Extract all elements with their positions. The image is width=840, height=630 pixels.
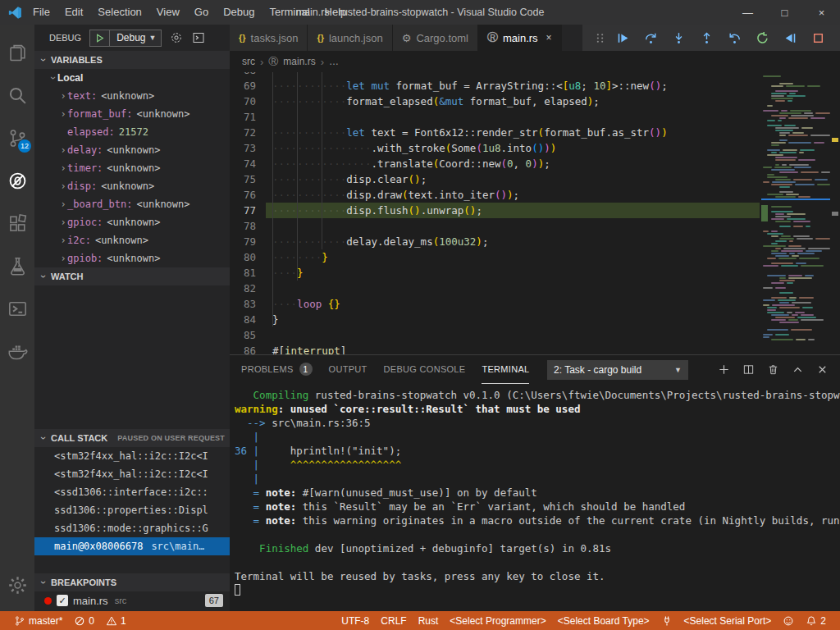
menu-help[interactable]: Help <box>317 0 354 25</box>
maximize-panel-button[interactable] <box>792 363 804 376</box>
breadcrumb[interactable]: src›Ⓡmain.rs›… <box>230 51 840 72</box>
split-terminal-button[interactable] <box>742 363 755 376</box>
call-stack-section-header[interactable]: › CALL STACK PAUSED ON USER REQUEST <box>34 429 230 447</box>
breakpoint-checkbox[interactable]: ✓ <box>57 595 68 606</box>
code-line[interactable]: 80········} <box>230 249 760 265</box>
start-debug-button[interactable] <box>90 30 110 46</box>
code-line[interactable]: 81····} <box>230 265 760 281</box>
menu-selection[interactable]: Selection <box>90 0 148 25</box>
code-line[interactable]: 82 <box>230 281 760 296</box>
menu-edit[interactable]: Edit <box>57 0 90 25</box>
watch-section-header[interactable]: › WATCH <box>34 267 230 285</box>
activity-extensions-icon[interactable] <box>0 202 34 244</box>
tab-launch-json[interactable]: {}launch.json <box>308 25 392 51</box>
code-line[interactable]: 83····loop {} <box>230 296 760 312</box>
status-language-mode[interactable]: Rust <box>413 615 445 627</box>
menu-view[interactable]: View <box>149 0 187 25</box>
status-encoding[interactable]: UTF-8 <box>336 615 375 627</box>
continue-button[interactable] <box>609 25 637 51</box>
breakpoints-section-header[interactable]: › BREAKPOINTS <box>34 573 230 591</box>
breadcrumb-item[interactable]: … <box>329 56 339 67</box>
maximize-button[interactable]: □ <box>766 0 803 25</box>
panel-tab-problems[interactable]: PROBLEMS1 <box>241 355 313 384</box>
tab-tasks-json[interactable]: {}tasks.json <box>230 25 308 51</box>
terminal-select[interactable]: 2: Task - cargo build ▼ <box>547 360 688 380</box>
breakpoint-row[interactable]: ✓main.rssrc67 <box>34 591 230 609</box>
activity-settings-icon[interactable] <box>0 564 34 606</box>
stop-button[interactable] <box>804 25 832 51</box>
status-notifications[interactable]: 2 <box>800 615 832 627</box>
activity-docker-icon[interactable] <box>0 330 34 372</box>
status-select-serial-port[interactable]: <Select Serial Port> <box>678 615 778 627</box>
launch-config-select[interactable]: Debug <box>110 32 148 43</box>
call-stack-frame[interactable]: main@0x08006678src\main… <box>34 537 230 555</box>
code-line[interactable]: 77············disp.flush().unwrap(); <box>230 203 760 218</box>
status-eol[interactable]: CRLF <box>375 615 412 627</box>
variable-row[interactable]: ›text:<unknown> <box>34 87 230 105</box>
variables-scope-local[interactable]: ›Local <box>34 69 230 87</box>
variable-row[interactable]: ›format_buf:<unknown> <box>34 105 230 123</box>
step-back-button[interactable] <box>720 25 748 51</box>
variable-row[interactable]: ›disp:<unknown> <box>34 177 230 195</box>
menu-debug[interactable]: Debug <box>216 0 262 25</box>
call-stack-frame[interactable]: ssd1306::properties::Displ <box>34 501 230 519</box>
code-line[interactable]: 74················.translate(Coord::new(… <box>230 156 760 171</box>
variable-row[interactable]: ›timer:<unknown> <box>34 159 230 177</box>
menu-go[interactable]: Go <box>187 0 216 25</box>
call-stack-frame[interactable]: ssd1306::mode::graphics::G <box>34 519 230 537</box>
call-stack-frame[interactable]: <stm32f4xx_hal::i2c::I2c<I <box>34 465 230 483</box>
debug-console-icon[interactable] <box>191 31 206 44</box>
status-feedback[interactable] <box>777 615 800 627</box>
code-line[interactable]: 86#[interrupt] <box>230 343 760 354</box>
variable-row[interactable]: elapsed:21572 <box>34 123 230 141</box>
menu-file[interactable]: File <box>25 0 57 25</box>
minimap[interactable] <box>761 75 830 354</box>
breadcrumb-item[interactable]: main.rs <box>283 56 315 67</box>
code-line[interactable]: 71 <box>230 109 760 125</box>
status-select-programmer[interactable]: <Select Programmer> <box>444 615 551 627</box>
variable-row[interactable]: ›_board_btn:<unknown> <box>34 195 230 213</box>
activity-explorer-icon[interactable] <box>0 31 34 74</box>
minimize-button[interactable]: — <box>729 0 766 25</box>
variable-row[interactable]: ›gpiob:<unknown> <box>34 249 230 267</box>
activity-test-icon[interactable] <box>0 244 34 287</box>
activity-powershell-icon[interactable] <box>0 287 34 330</box>
code-line[interactable]: 85 <box>230 327 760 343</box>
status-warning-count[interactable]: 1 <box>100 615 132 627</box>
drag-handle[interactable] <box>591 25 609 51</box>
activity-search-icon[interactable] <box>0 74 34 116</box>
close-panel-button[interactable] <box>816 363 829 376</box>
status-select-board-type[interactable]: <Select Board Type> <box>552 615 655 627</box>
activity-source-control-icon[interactable]: 12 <box>0 116 34 159</box>
code-line[interactable]: 69············let mut format_buf = Array… <box>230 78 760 94</box>
restart-button[interactable] <box>748 25 776 51</box>
status-git-branch[interactable]: master* <box>8 615 68 627</box>
close-icon[interactable]: × <box>546 32 552 43</box>
variable-row[interactable]: ›delay:<unknown> <box>34 141 230 159</box>
activity-debug-icon[interactable] <box>0 159 34 202</box>
variables-section-header[interactable]: › VARIABLES <box>34 51 230 69</box>
variable-row[interactable]: ›i2c:<unknown> <box>34 231 230 249</box>
variable-row[interactable]: ›gpioc:<unknown> <box>34 213 230 231</box>
call-stack-frame[interactable]: <stm32f4xx_hal::i2c::I2c<I <box>34 447 230 465</box>
code-line[interactable]: 72············let text = Font6x12::rende… <box>230 125 760 140</box>
tab-main-rs[interactable]: Ⓡmain.rs× <box>478 25 562 51</box>
editor-scrollbar[interactable] <box>830 72 840 354</box>
code-line[interactable]: 73················.with_stroke(Some(1u8.… <box>230 140 760 156</box>
step-out-button[interactable] <box>692 25 720 51</box>
code-line[interactable]: 84} <box>230 312 760 327</box>
status-plug[interactable] <box>655 615 678 627</box>
reverse-continue-button[interactable] <box>776 25 804 51</box>
code-line[interactable]: 79············delay.delay_ms(100u32); <box>230 234 760 249</box>
kill-terminal-button[interactable] <box>767 363 779 376</box>
breadcrumb-item[interactable]: src <box>242 56 255 67</box>
tab-Cargo-toml[interactable]: ⚙Cargo.toml <box>393 25 478 51</box>
terminal-output[interactable]: Compiling rusted-brains-stopwatch v0.1.0… <box>230 384 840 611</box>
code-editor[interactable]: 6869············let mut format_buf = Arr… <box>230 72 840 354</box>
code-line[interactable]: 75············disp.clear(); <box>230 171 760 187</box>
step-over-button[interactable] <box>637 25 664 51</box>
configure-gear-icon[interactable] <box>170 31 183 44</box>
code-line[interactable]: 70············format_elapsed(&mut format… <box>230 94 760 109</box>
panel-tab-debug-console[interactable]: DEBUG CONSOLE <box>384 355 466 384</box>
panel-tab-terminal[interactable]: TERMINAL <box>482 355 529 384</box>
